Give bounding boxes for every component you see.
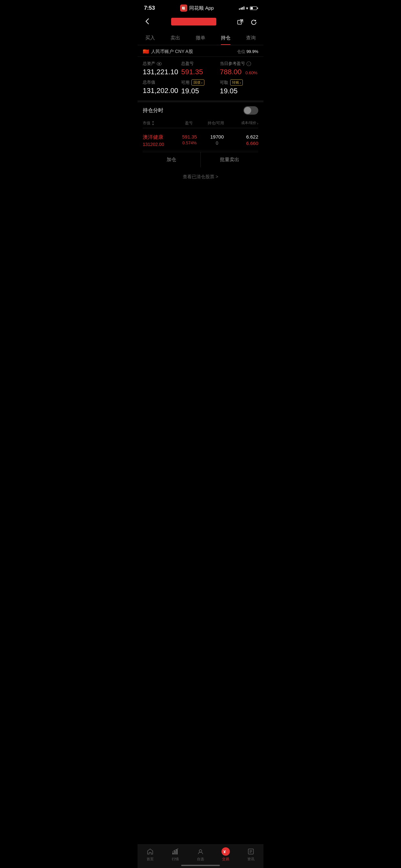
- available-label: 可用 国债 ›: [181, 80, 220, 86]
- total-pnl: 总盈亏 591.35: [181, 61, 220, 76]
- signal-icon: [239, 6, 244, 10]
- treasury-bond-button[interactable]: 国债 ›: [191, 80, 204, 86]
- daily-pnl-pct: 0.60%: [245, 70, 257, 75]
- app-icon: 顺: [180, 4, 187, 11]
- table-row: 澳洋健康 131202.00 591.35 0.574% 19700 0 6.6…: [143, 131, 258, 151]
- nav-actions: [236, 18, 258, 27]
- tab-holdings[interactable]: 持仓: [213, 31, 238, 45]
- th-market: 市值 ▲ ▼: [143, 120, 175, 126]
- daily-pnl: 当日参考盈亏 i 788.00 0.60%: [220, 61, 258, 76]
- external-link-button[interactable]: [236, 18, 245, 27]
- holding-avail: 0: [204, 141, 231, 146]
- holding-num: 19700: [204, 134, 231, 140]
- svg-point-5: [158, 63, 160, 65]
- asset-row-top: 总资产 131,221.10 总盈亏 591.35 当日参考盈亏: [143, 61, 258, 76]
- battery-icon: [250, 6, 257, 10]
- avail-row: 总市值 131,202.00 可用 国债 › 19.05 可取 转账 ›: [143, 80, 258, 95]
- th-pnl: 盈亏: [175, 120, 203, 126]
- cost-val: 6.622: [231, 134, 258, 140]
- account-label: 🇨🇳 人民币账户 CNY A股: [143, 49, 193, 55]
- holdings-section: 持仓分时 市值 ▲ ▼ 盈亏 持仓/可用 成本/现价 › 澳洋健康 131202…: [137, 102, 264, 190]
- nav-title-redacted: [171, 18, 216, 26]
- flag-icon: 🇨🇳: [143, 49, 149, 55]
- back-button[interactable]: [143, 17, 152, 28]
- stock-cost: 6.622 6.660: [231, 134, 258, 146]
- transfer-button[interactable]: 转账 ›: [230, 80, 243, 86]
- batch-sell-button[interactable]: 批量卖出: [201, 152, 258, 167]
- refresh-button[interactable]: [249, 18, 258, 27]
- withdrawable-val: 19.05: [220, 87, 258, 95]
- stock-holding: 19700 0: [204, 134, 231, 146]
- available: 可用 国债 › 19.05: [181, 80, 220, 95]
- pnl-pct: 0.574%: [176, 141, 203, 145]
- tab-bar: 买入 卖出 撤单 持仓 查询: [137, 31, 264, 45]
- total-assets-label: 总资产: [143, 61, 181, 66]
- market-value: 总市值 131,202.00: [143, 80, 181, 95]
- th-holding: 持仓/可用: [203, 120, 229, 126]
- nav-title-container: [152, 18, 236, 27]
- th-arrow: ›: [257, 121, 258, 125]
- th-cost: 成本/现价: [229, 120, 256, 126]
- daily-pnl-value: 788.00 0.60%: [220, 68, 258, 76]
- info-icon[interactable]: i: [246, 61, 251, 66]
- status-indicators: ▾: [239, 6, 257, 11]
- stock-name[interactable]: 澳洋健康: [143, 134, 176, 141]
- market-value-val: 131,202.00: [143, 87, 181, 95]
- market-value-label: 总市值: [143, 80, 181, 85]
- total-pnl-value: 591.35: [181, 68, 220, 76]
- stock-pnl: 591.35 0.574%: [176, 134, 203, 145]
- stock-market-value: 131202.00: [143, 142, 176, 147]
- withdrawable: 可取 转账 › 19.05: [220, 80, 258, 95]
- svg-text:i: i: [249, 63, 249, 66]
- asset-grid: 总资产 131,221.10 总盈亏 591.35 当日参考盈亏: [137, 57, 264, 102]
- clear-history-link[interactable]: 查看已清仓股票 >: [183, 174, 218, 179]
- account-name: 人民币账户 CNY A股: [151, 49, 193, 55]
- account-section: 🇨🇳 人民币账户 CNY A股 仓位 99.9%: [137, 45, 264, 57]
- stock-left: 澳洋健康 131202.00: [143, 134, 176, 147]
- holdings-toggle[interactable]: [243, 106, 258, 115]
- tab-sell[interactable]: 卖出: [163, 31, 188, 45]
- tab-query[interactable]: 查询: [238, 31, 264, 45]
- sort-arrows[interactable]: ▲ ▼: [152, 120, 154, 126]
- position-label: 仓位: [237, 49, 245, 54]
- status-bar: 7:53 顺 同花顺 App ▾: [137, 0, 264, 14]
- daily-pnl-label: 当日参考盈亏 i: [220, 61, 258, 66]
- nav-header: [137, 14, 264, 31]
- total-pnl-label: 总盈亏: [181, 61, 220, 66]
- pnl-abs: 591.35: [176, 134, 203, 140]
- toggle-knob: [244, 107, 251, 114]
- action-row: 加仓 批量卖出: [143, 152, 258, 167]
- status-time: 7:53: [144, 5, 155, 11]
- total-assets: 总资产 131,221.10: [143, 61, 181, 76]
- total-assets-value: 131,221.10: [143, 68, 181, 76]
- svg-text:顺: 顺: [181, 6, 185, 10]
- app-name: 同花顺 App: [189, 5, 214, 11]
- withdrawable-label: 可取 转账 ›: [220, 80, 258, 86]
- wifi-icon: ▾: [246, 6, 248, 11]
- table-header: 市值 ▲ ▼ 盈亏 持仓/可用 成本/现价 ›: [143, 119, 258, 128]
- available-val: 19.05: [181, 87, 220, 95]
- holdings-title: 持仓分时: [143, 107, 163, 114]
- tab-cancel[interactable]: 撤单: [188, 31, 213, 45]
- app-info: 顺 同花顺 App: [180, 4, 214, 11]
- position-value: 99.9%: [246, 49, 258, 54]
- svg-rect-2: [238, 20, 242, 24]
- eye-icon[interactable]: [157, 61, 162, 66]
- clear-history: 查看已清仓股票 >: [143, 167, 258, 186]
- tab-buy[interactable]: 买入: [137, 31, 163, 45]
- add-position-button[interactable]: 加仓: [143, 152, 201, 167]
- holdings-header: 持仓分时: [143, 106, 258, 115]
- current-val: 6.660: [231, 141, 258, 146]
- position-pct: 仓位 99.9%: [237, 49, 258, 55]
